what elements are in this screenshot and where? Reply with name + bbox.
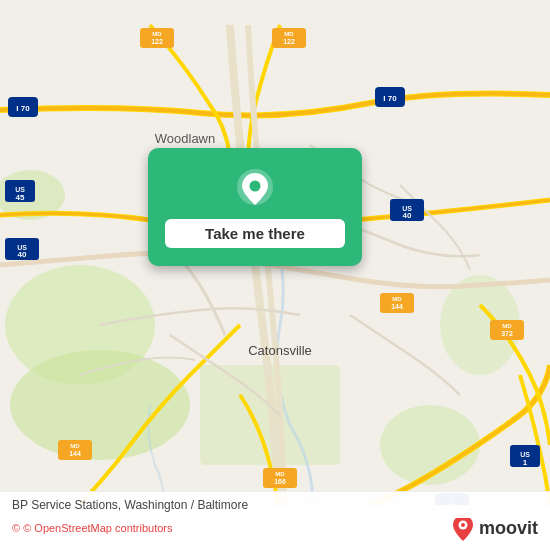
svg-text:US: US (520, 451, 530, 458)
svg-text:MD: MD (275, 471, 285, 477)
attribution-text: © OpenStreetMap contributors (23, 522, 172, 534)
svg-text:MD: MD (70, 443, 80, 449)
svg-text:122: 122 (283, 38, 295, 45)
svg-text:US: US (15, 186, 25, 193)
svg-text:45: 45 (16, 193, 25, 202)
location-pin-icon (233, 167, 277, 211)
map-svg: I 70 I 70 US 45 US 40 US 40 MD 122 MD 12… (0, 0, 550, 550)
svg-point-48 (250, 180, 261, 191)
moovit-logo: moovit (451, 514, 538, 542)
location-card: Take me there (148, 148, 362, 266)
svg-point-50 (461, 523, 465, 527)
svg-text:MD: MD (152, 31, 162, 37)
moovit-brand-text: moovit (479, 518, 538, 539)
svg-text:122: 122 (151, 38, 163, 45)
svg-text:40: 40 (18, 250, 27, 259)
svg-text:144: 144 (69, 450, 81, 457)
take-me-there-button[interactable]: Take me there (165, 219, 345, 248)
svg-text:I 70: I 70 (16, 104, 30, 113)
moovit-icon (451, 514, 475, 542)
svg-text:40: 40 (403, 211, 412, 220)
svg-text:I 70: I 70 (383, 94, 397, 103)
svg-text:372: 372 (501, 330, 513, 337)
svg-text:166: 166 (274, 478, 286, 485)
svg-text:1: 1 (523, 458, 528, 467)
copyright-symbol: © (12, 522, 20, 534)
bottom-info-strip: BP Service Stations, Washington / Baltim… (0, 491, 550, 518)
svg-text:Woodlawn: Woodlawn (155, 131, 215, 146)
svg-text:144: 144 (391, 303, 403, 310)
attribution: © © OpenStreetMap contributors (12, 522, 173, 534)
svg-text:Catonsville: Catonsville (248, 343, 312, 358)
svg-text:MD: MD (392, 296, 402, 302)
map-background: I 70 I 70 US 45 US 40 US 40 MD 122 MD 12… (0, 0, 550, 550)
svg-text:MD: MD (284, 31, 294, 37)
station-info-text: BP Service Stations, Washington / Baltim… (12, 498, 248, 512)
map-container: I 70 I 70 US 45 US 40 US 40 MD 122 MD 12… (0, 0, 550, 550)
svg-text:MD: MD (502, 323, 512, 329)
